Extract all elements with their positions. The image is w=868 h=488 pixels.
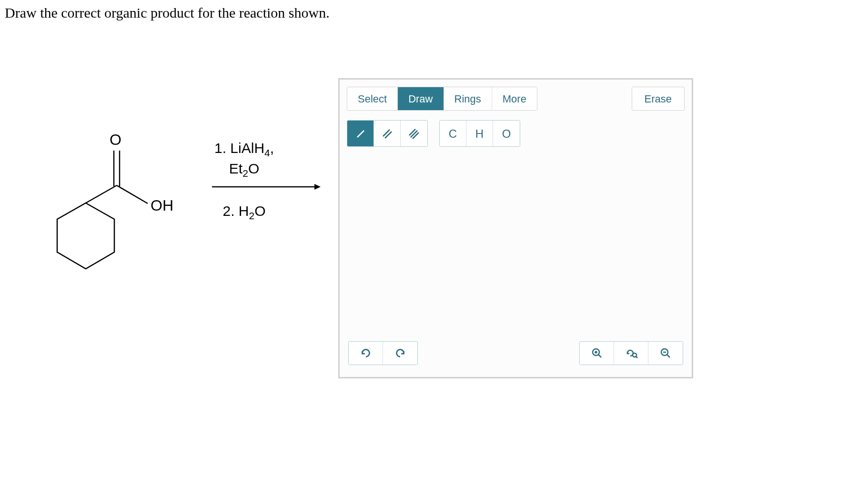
reaction-conditions: 1. LiAlH4, Et2O 2. H2O xyxy=(214,140,274,222)
zoom-in-icon xyxy=(591,347,603,359)
single-bond-icon xyxy=(355,128,366,140)
zoom-out-button[interactable] xyxy=(648,342,683,365)
redo-icon xyxy=(394,347,406,359)
svg-line-9 xyxy=(385,132,392,138)
double-bond-icon xyxy=(382,128,393,140)
svg-marker-0 xyxy=(57,203,114,269)
reagent-solvent: Et2O xyxy=(214,161,274,179)
svg-line-4 xyxy=(117,185,148,203)
double-bond-tool[interactable] xyxy=(374,121,401,147)
bond-tool-group xyxy=(347,120,428,147)
triple-bond-icon xyxy=(408,128,420,140)
content-area: O OH 1. LiAlH4, Et2O 2. H2O Select Draw … xyxy=(5,78,863,378)
tab-select[interactable]: Select xyxy=(347,87,398,110)
reaction-scheme: O OH 1. LiAlH4, Et2O 2. H2O xyxy=(5,78,338,378)
atom-oxygen-tool[interactable]: O xyxy=(493,121,520,147)
carbonyl-oxygen-label: O xyxy=(110,131,121,148)
erase-button[interactable]: Erase xyxy=(632,87,685,111)
undo-redo-group xyxy=(348,341,418,365)
reagent-step-2: 2. H2O xyxy=(214,203,274,222)
chemical-drawing-panel: Select Draw Rings More Erase xyxy=(338,78,693,378)
tab-rings[interactable]: Rings xyxy=(444,87,492,110)
reagent-step-1: 1. LiAlH4, xyxy=(214,140,274,159)
undo-icon xyxy=(360,347,372,359)
svg-line-11 xyxy=(411,131,417,137)
hydroxyl-label: OH xyxy=(151,197,173,214)
single-bond-tool[interactable] xyxy=(347,121,374,147)
svg-line-12 xyxy=(413,132,419,139)
triple-bond-tool[interactable] xyxy=(401,121,427,147)
toolbar-tools-row: C H O xyxy=(347,120,685,147)
reset-zoom-button[interactable] xyxy=(614,342,648,365)
starting-material-structure: O OH xyxy=(38,126,195,307)
zoom-group xyxy=(579,341,683,365)
bottom-controls xyxy=(348,341,683,365)
question-prompt: Draw the correct organic product for the… xyxy=(5,5,863,21)
zoom-in-button[interactable] xyxy=(580,342,614,365)
undo-button[interactable] xyxy=(349,342,383,365)
svg-line-14 xyxy=(598,355,601,357)
atom-carbon-tool[interactable]: C xyxy=(440,121,466,147)
tab-draw[interactable]: Draw xyxy=(398,87,444,110)
toolbar-tabs-row: Select Draw Rings More Erase xyxy=(347,87,685,111)
svg-line-10 xyxy=(409,129,415,135)
atom-tool-group: C H O xyxy=(439,120,520,147)
mode-tab-group: Select Draw Rings More xyxy=(347,87,537,111)
svg-line-20 xyxy=(667,355,670,357)
svg-line-18 xyxy=(636,356,637,358)
svg-line-1 xyxy=(86,185,117,203)
zoom-out-icon xyxy=(660,347,671,359)
svg-marker-6 xyxy=(314,184,321,190)
svg-line-8 xyxy=(383,130,390,136)
atom-hydrogen-tool[interactable]: H xyxy=(466,121,493,147)
redo-button[interactable] xyxy=(383,342,417,365)
svg-point-17 xyxy=(633,353,636,357)
svg-line-7 xyxy=(357,131,364,137)
reaction-arrow xyxy=(212,182,322,196)
reset-zoom-icon xyxy=(624,347,638,359)
tab-more[interactable]: More xyxy=(492,87,537,110)
